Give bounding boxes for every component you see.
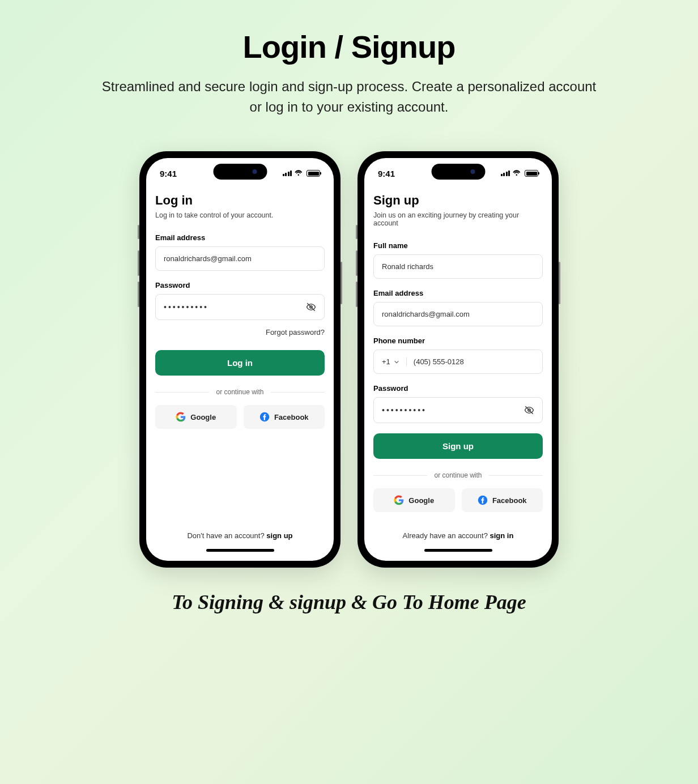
chevron-down-icon bbox=[394, 359, 399, 365]
signup-google-button[interactable]: Google bbox=[373, 488, 455, 512]
signal-icon bbox=[501, 171, 510, 176]
dynamic-island bbox=[431, 164, 485, 180]
google-icon bbox=[394, 495, 404, 505]
login-title: Log in bbox=[155, 193, 325, 208]
forgot-password-link[interactable]: Forgot password? bbox=[155, 328, 325, 336]
signup-google-label: Google bbox=[408, 496, 434, 505]
signal-icon bbox=[283, 171, 292, 176]
facebook-icon bbox=[478, 495, 488, 505]
phones-container: 9:41 Log in Log in to tak bbox=[17, 151, 681, 568]
login-signup-prompt: Don't have an account? sign up bbox=[155, 531, 325, 544]
signup-phone-input[interactable]: +1 (405) 555-0128 bbox=[373, 350, 543, 374]
signup-button[interactable]: Sign up bbox=[373, 433, 543, 459]
footer-text: To Signing & signup & Go To Home Page bbox=[17, 590, 681, 614]
signup-password-input[interactable]: •••••••••• bbox=[373, 397, 543, 423]
page-title: Login / Signup bbox=[17, 28, 681, 65]
login-phone: 9:41 Log in Log in to tak bbox=[139, 151, 341, 568]
dynamic-island bbox=[213, 164, 267, 180]
signup-facebook-label: Facebook bbox=[492, 496, 527, 505]
login-password-input[interactable]: •••••••••• bbox=[155, 294, 325, 320]
signup-phone-label: Phone number bbox=[373, 336, 543, 345]
signup-title: Sign up bbox=[373, 193, 543, 208]
country-code-selector[interactable]: +1 bbox=[382, 357, 407, 366]
login-google-button[interactable]: Google bbox=[155, 405, 237, 429]
country-code-value: +1 bbox=[382, 357, 390, 366]
status-time: 9:41 bbox=[378, 169, 395, 178]
login-email-label: Email address bbox=[155, 233, 325, 242]
signup-phone: 9:41 Sign up Join us on a bbox=[357, 151, 559, 568]
page-subtitle: Streamlined and secure login and sign-up… bbox=[94, 76, 604, 117]
wifi-icon bbox=[513, 169, 522, 178]
google-icon bbox=[176, 412, 186, 422]
wifi-icon bbox=[295, 169, 304, 178]
signup-name-input[interactable]: Ronald richards bbox=[373, 254, 543, 279]
signup-email-label: Email address bbox=[373, 289, 543, 297]
signup-signin-prompt: Already have an account? sign in bbox=[373, 531, 543, 544]
login-facebook-button[interactable]: Facebook bbox=[244, 405, 325, 429]
login-facebook-label: Facebook bbox=[274, 413, 309, 421]
signup-email-input[interactable]: ronaldrichards@gmail.com bbox=[373, 302, 543, 326]
signup-name-label: Full name bbox=[373, 241, 543, 250]
signup-password-value: •••••••••• bbox=[382, 406, 427, 415]
status-time: 9:41 bbox=[160, 169, 177, 178]
login-google-label: Google bbox=[190, 413, 216, 421]
signup-subtitle: Join us on an exciting journey by creati… bbox=[373, 211, 543, 227]
facebook-icon bbox=[259, 412, 270, 422]
signup-name-value: Ronald richards bbox=[382, 262, 433, 271]
login-button[interactable]: Log in bbox=[155, 350, 325, 376]
signup-phone-value: (405) 555-0128 bbox=[414, 357, 464, 366]
login-password-label: Password bbox=[155, 281, 325, 289]
signup-link[interactable]: sign up bbox=[266, 531, 292, 540]
signup-email-value: ronaldrichards@gmail.com bbox=[382, 310, 470, 318]
signup-divider: or continue with bbox=[373, 471, 543, 479]
signup-facebook-button[interactable]: Facebook bbox=[462, 488, 543, 512]
eye-off-icon[interactable] bbox=[306, 302, 316, 312]
battery-icon bbox=[525, 170, 538, 177]
login-email-input[interactable]: ronaldrichards@gmail.com bbox=[155, 246, 325, 271]
login-email-value: ronaldrichards@gmail.com bbox=[164, 254, 252, 263]
login-password-value: •••••••••• bbox=[164, 302, 208, 312]
home-indicator[interactable] bbox=[206, 549, 274, 552]
signup-divider-text: or continue with bbox=[427, 471, 488, 479]
signin-link[interactable]: sign in bbox=[490, 531, 514, 540]
signup-password-label: Password bbox=[373, 384, 543, 393]
home-indicator[interactable] bbox=[424, 549, 492, 552]
eye-off-icon[interactable] bbox=[524, 405, 534, 415]
login-divider-text: or continue with bbox=[209, 388, 270, 396]
login-subtitle: Log in to take control of your account. bbox=[155, 211, 325, 219]
login-divider: or continue with bbox=[155, 388, 325, 396]
battery-icon bbox=[307, 170, 320, 177]
